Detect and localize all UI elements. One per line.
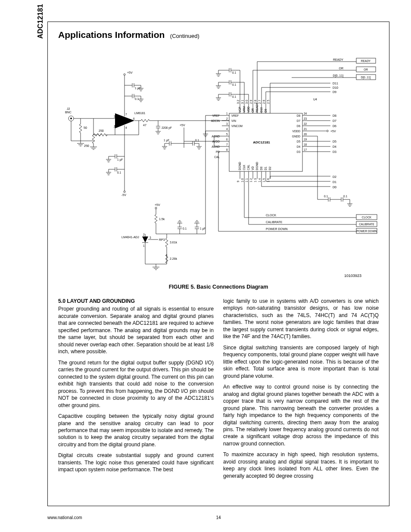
svg-text:D6: D6 [297, 124, 301, 128]
svg-text:3 0: 3 0 [245, 100, 248, 104]
svg-text:VDDD: VDDD [293, 130, 301, 133]
svg-text:3: 3 [226, 122, 228, 125]
svg-text:47: 47 [143, 124, 146, 127]
svg-text:GNDD: GNDD [292, 135, 300, 138]
svg-text:1 1: 1 1 [245, 178, 248, 182]
svg-text:VREF: VREF [231, 114, 239, 117]
svg-text:3 1: 3 1 [241, 100, 244, 104]
svg-text:D4: D4 [297, 145, 301, 148]
svg-text:+5V: +5V [155, 203, 160, 206]
svg-text:D8: D8 [297, 114, 301, 117]
svg-text:1 4: 1 4 [258, 178, 261, 182]
footer-url: www.national.com [47, 515, 82, 520]
svg-text:D0: D0 [260, 166, 263, 170]
svg-point-54 [124, 191, 125, 193]
column-right: logic family to use in systems with A/D … [223, 298, 379, 483]
svg-text:1 0: 1 0 [241, 178, 244, 182]
svg-text:AGND: AGND [212, 145, 220, 148]
svg-text:AGND: AGND [212, 135, 220, 138]
svg-point-3 [70, 118, 72, 119]
svg-text:CAL: CAL [247, 165, 250, 170]
svg-text:-5V: -5V [121, 193, 126, 196]
svg-text:0.1: 0.1 [343, 195, 347, 198]
svg-text:VDD: VDD [247, 106, 250, 112]
svg-text:D[0..11]: D[0..11] [333, 74, 343, 78]
svg-text:1 5: 1 5 [262, 178, 265, 182]
svg-text:READY: READY [255, 103, 258, 112]
svg-text:OR: OR [251, 108, 254, 112]
page-footer: www.national.com 14 [47, 515, 389, 520]
schematic-figure: J2 BNC 50 250 250 [58, 49, 379, 290]
svg-text:7: 7 [125, 113, 127, 116]
svg-text:READY: READY [333, 58, 343, 61]
svg-text:D10: D10 [333, 86, 338, 89]
svg-text:0.1: 0.1 [135, 97, 139, 100]
svg-text:ADC12181: ADC12181 [253, 140, 270, 144]
svg-text:4: 4 [125, 126, 127, 129]
svg-text:VD: VD [251, 166, 254, 170]
svg-text:3: 3 [149, 236, 151, 239]
figure-id: 10103923 [58, 274, 379, 278]
svg-text:D7: D7 [297, 119, 301, 122]
svg-text:7: 7 [226, 143, 228, 146]
svg-text:6: 6 [226, 138, 228, 141]
paragraph: To maximize accuracy in high speed, high… [223, 451, 379, 479]
svg-text:17: 17 [304, 148, 307, 151]
svg-text:D11: D11 [333, 82, 338, 85]
svg-text:0.1: 0.1 [232, 95, 236, 98]
svg-text:D10: D10 [260, 107, 263, 112]
svg-text:D1: D1 [333, 180, 336, 184]
svg-text:D1: D1 [264, 166, 267, 170]
paragraph: An effective way to control ground noise… [223, 383, 379, 447]
svg-text:POWER DOWN: POWER DOWN [266, 227, 288, 230]
svg-text:250: 250 [84, 144, 89, 147]
svg-text:2 5: 2 5 [267, 100, 270, 104]
svg-text:D3: D3 [333, 150, 336, 153]
svg-text:2.26k: 2.26k [170, 257, 177, 260]
svg-text:VCP: VCP [238, 107, 241, 112]
paragraph: Digital circuits create substantial supp… [58, 452, 214, 473]
svg-text:1 µF: 1 µF [117, 158, 123, 162]
svg-point-252 [327, 130, 328, 132]
svg-text:3: 3 [114, 115, 115, 118]
figure-caption: FIGURE 5. Basic Connections Diagram [58, 284, 379, 290]
svg-text:18: 18 [304, 143, 307, 146]
svg-text:1 µF: 1 µF [135, 87, 140, 90]
svg-text:0.1: 0.1 [117, 171, 121, 174]
svg-text:D6: D6 [333, 124, 336, 128]
schematic-svg: J2 BNC 50 250 250 [59, 49, 378, 273]
svg-text:D2: D2 [268, 166, 271, 170]
svg-text:PD: PD [216, 150, 220, 153]
svg-text:CALIBRATE: CALIBRATE [266, 221, 283, 224]
svg-point-33 [124, 74, 125, 75]
svg-text:POWER DOWN: POWER DOWN [357, 230, 377, 233]
svg-text:5: 5 [226, 133, 228, 136]
svg-text:VREF: VREF [212, 114, 220, 117]
svg-text:0.1: 0.1 [232, 83, 236, 86]
svg-text:D5: D5 [333, 140, 336, 143]
svg-text:DGND: DGND [255, 162, 258, 170]
svg-text:1.5k: 1.5k [159, 218, 165, 221]
svg-text:−: − [118, 124, 119, 127]
svg-text:D0: D0 [333, 186, 336, 189]
svg-text:0.1: 0.1 [232, 71, 236, 74]
svg-point-326 [155, 207, 157, 209]
page-number: 14 [216, 515, 221, 520]
column-left: 5.0 LAYOUT AND GROUNDING Proper groundin… [58, 298, 214, 483]
svg-text:VRM: VRM [243, 106, 246, 112]
svg-text:LM4041-ADJ: LM4041-ADJ [121, 236, 139, 239]
svg-text:AVDD: AVDD [212, 140, 220, 143]
svg-text:CALIBRATE: CALIBRATE [359, 223, 374, 226]
svg-text:20: 20 [304, 133, 307, 136]
paragraph: Proper grounding and routing of all sign… [58, 305, 214, 355]
svg-text:250: 250 [99, 129, 104, 132]
svg-text:1 6: 1 6 [267, 178, 270, 182]
paragraph: Capacitive coupling between the typicall… [58, 413, 214, 448]
svg-text:8: 8 [226, 148, 228, 151]
svg-text:3 2: 3 2 [237, 100, 240, 104]
svg-text:D2: D2 [333, 175, 336, 178]
body-columns: 5.0 LAYOUT AND GROUNDING Proper groundin… [58, 298, 379, 483]
svg-text:0.1: 0.1 [183, 227, 187, 230]
svg-text:22: 22 [304, 122, 307, 125]
svg-text:1 2: 1 2 [249, 178, 252, 182]
